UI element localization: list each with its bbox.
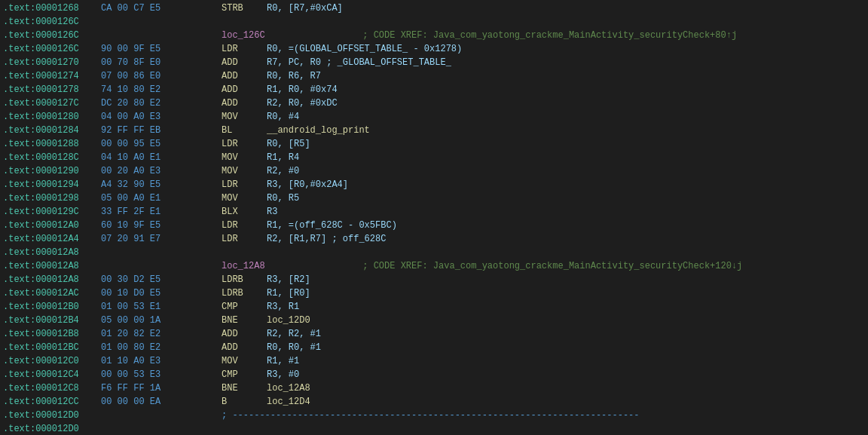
line-bytes: A4 32 90 E5 bbox=[101, 178, 222, 191]
line-bytes: 60 10 9F E5 bbox=[101, 219, 222, 232]
line-addr: .text:0000127C bbox=[3, 96, 101, 110]
line-mnemonic: MOV bbox=[222, 191, 267, 205]
line-bytes: DC 20 80 E2 bbox=[101, 96, 222, 110]
line-addr: .text:000012B4 bbox=[3, 314, 101, 327]
code-line: .text:0000127000 70 8F E0ADDR7, PC, R0 ;… bbox=[0, 56, 868, 69]
line-operand: R0, R6, R7 bbox=[267, 69, 321, 83]
line-mnemonic: BNE bbox=[222, 381, 267, 395]
line-addr: .text:00001284 bbox=[3, 124, 101, 137]
code-line: .text:000012CC00 00 00 EABloc_12D4 bbox=[0, 395, 868, 409]
line-mnemonic: BNE bbox=[222, 314, 267, 327]
code-line: .text:00001268CA 00 C7 E5STRBR0, [R7,#0x… bbox=[0, 2, 868, 15]
line-mnemonic: B bbox=[222, 395, 267, 409]
line-addr: .text:00001274 bbox=[3, 69, 101, 83]
line-addr: .text:00001290 bbox=[3, 164, 101, 178]
line-bytes: 00 20 A0 E3 bbox=[101, 164, 222, 178]
line-mnemonic: CMP bbox=[222, 368, 267, 381]
line-operand: R0, [R5] bbox=[267, 137, 310, 151]
code-line: .text:000012A407 20 91 E7LDRR2, [R1,R7] … bbox=[0, 232, 868, 246]
line-operand: R3 bbox=[267, 205, 277, 219]
line-operand: R0, R5 bbox=[267, 191, 299, 205]
line-bytes: 07 20 91 E7 bbox=[101, 232, 222, 246]
line-addr: .text:000012AC bbox=[3, 286, 101, 300]
line-operand: R1, R0, #0x74 bbox=[267, 83, 338, 96]
code-line: .text:0000127407 00 86 E0ADDR0, R6, R7 bbox=[0, 69, 868, 83]
separator-comment: ; --------------------------------------… bbox=[222, 409, 640, 422]
line-mnemonic: MOV bbox=[222, 151, 267, 164]
line-addr: .text:00001294 bbox=[3, 178, 101, 191]
line-bytes: 01 00 80 E2 bbox=[101, 341, 222, 354]
xref-comment: ; CODE XREF: Java_com_yaotong_crackme_Ma… bbox=[362, 29, 737, 42]
code-line: .text:0000127CDC 20 80 E2ADDR2, R0, #0xD… bbox=[0, 96, 868, 110]
xref-comment: ; CODE XREF: Java_com_yaotong_crackme_Ma… bbox=[362, 259, 742, 273]
loc-label: loc_126C bbox=[222, 29, 362, 42]
line-mnemonic: LDR bbox=[222, 232, 267, 246]
line-addr: .text:000012BC bbox=[3, 341, 101, 354]
line-addr: .text:0000126C bbox=[3, 15, 101, 29]
loc-label: loc_12A8 bbox=[222, 259, 362, 273]
line-bytes: 01 10 A0 E3 bbox=[101, 354, 222, 368]
line-mnemonic: BLX bbox=[222, 205, 267, 219]
code-line: .text:000012D0 bbox=[0, 422, 868, 435]
code-line: .text:0000126Cloc_126C ; CODE XREF: Java… bbox=[0, 29, 868, 42]
code-line: .text:000012B801 20 82 E2ADDR2, R2, #1 bbox=[0, 327, 868, 341]
line-addr: .text:0000126C bbox=[3, 29, 101, 42]
line-mnemonic: LDRB bbox=[222, 273, 267, 286]
line-mnemonic: LDR bbox=[222, 178, 267, 191]
line-mnemonic: ADD bbox=[222, 341, 267, 354]
disassembly-view[interactable]: .text:00001268CA 00 C7 E5STRBR0, [R7,#0x… bbox=[0, 0, 868, 435]
code-line: .text:000012AC00 10 D0 E5LDRBR1, [R0] bbox=[0, 286, 868, 300]
line-operand: R3, [R2] bbox=[267, 273, 310, 286]
line-addr: .text:000012B8 bbox=[3, 327, 101, 341]
line-operand: R2, #0 bbox=[267, 164, 299, 178]
line-bytes: 00 70 8F E0 bbox=[101, 56, 222, 69]
code-line: .text:000012C8F6 FF FF 1ABNEloc_12A8 bbox=[0, 381, 868, 395]
line-bytes: 01 00 53 E1 bbox=[101, 300, 222, 314]
line-addr: .text:0000126C bbox=[3, 42, 101, 56]
line-operand: R3, [R0,#0x2A4] bbox=[267, 178, 348, 191]
line-addr: .text:000012C8 bbox=[3, 381, 101, 395]
line-mnemonic: STRB bbox=[222, 2, 267, 15]
line-bytes: 00 00 53 E3 bbox=[101, 368, 222, 381]
line-operand: R1, [R0] bbox=[267, 286, 310, 300]
line-addr: .text:00001280 bbox=[3, 110, 101, 124]
line-operand: R1, =(off_628C - 0x5FBC) bbox=[267, 219, 397, 232]
line-operand: R7, PC, R0 ; _GLOBAL_OFFSET_TABLE_ bbox=[267, 56, 451, 69]
code-line: .text:0000129805 00 A0 E1MOVR0, R5 bbox=[0, 191, 868, 205]
line-bytes: 07 00 86 E0 bbox=[101, 69, 222, 83]
code-line: .text:0000129000 20 A0 E3MOVR2, #0 bbox=[0, 164, 868, 178]
line-addr: .text:00001268 bbox=[3, 2, 101, 15]
line-mnemonic: MOV bbox=[222, 164, 267, 178]
line-mnemonic: ADD bbox=[222, 83, 267, 96]
line-bytes: 00 30 D2 E5 bbox=[101, 273, 222, 286]
code-line: .text:000012BC01 00 80 E2ADDR0, R0, #1 bbox=[0, 341, 868, 354]
line-operand: loc_12D0 bbox=[267, 314, 310, 327]
line-bytes: 04 10 A0 E1 bbox=[101, 151, 222, 164]
line-operand: R1, R4 bbox=[267, 151, 299, 164]
code-line: .text:0000128492 FF FF EBBL__android_log… bbox=[0, 124, 868, 137]
line-mnemonic: LDR bbox=[222, 42, 267, 56]
line-bytes: 00 00 95 E5 bbox=[101, 137, 222, 151]
line-addr: .text:000012A8 bbox=[3, 246, 101, 259]
code-line: .text:000012A800 30 D2 E5LDRBR3, [R2] bbox=[0, 273, 868, 286]
code-line: .text:000012B405 00 00 1ABNEloc_12D0 bbox=[0, 314, 868, 327]
line-bytes: F6 FF FF 1A bbox=[101, 381, 222, 395]
line-addr: .text:000012A8 bbox=[3, 259, 101, 273]
code-line: .text:0000126C bbox=[0, 15, 868, 29]
code-line: .text:000012C400 00 53 E3CMPR3, #0 bbox=[0, 368, 868, 381]
line-mnemonic: LDR bbox=[222, 219, 267, 232]
line-addr: .text:000012C0 bbox=[3, 354, 101, 368]
line-operand: R1, #1 bbox=[267, 354, 299, 368]
line-addr: .text:000012A0 bbox=[3, 219, 101, 232]
line-bytes: 04 00 A0 E3 bbox=[101, 110, 222, 124]
line-bytes: 05 00 00 1A bbox=[101, 314, 222, 327]
line-mnemonic: LDRB bbox=[222, 286, 267, 300]
line-operand: __android_log_print bbox=[267, 124, 370, 137]
line-bytes: 01 20 82 E2 bbox=[101, 327, 222, 341]
code-line: .text:000012D0; ------------------------… bbox=[0, 409, 868, 422]
line-addr: .text:000012A8 bbox=[3, 273, 101, 286]
line-addr: .text:0000128C bbox=[3, 151, 101, 164]
line-addr: .text:000012CC bbox=[3, 395, 101, 409]
line-addr: .text:000012C4 bbox=[3, 368, 101, 381]
code-line: .text:000012A8loc_12A8 ; CODE XREF: Java… bbox=[0, 259, 868, 273]
